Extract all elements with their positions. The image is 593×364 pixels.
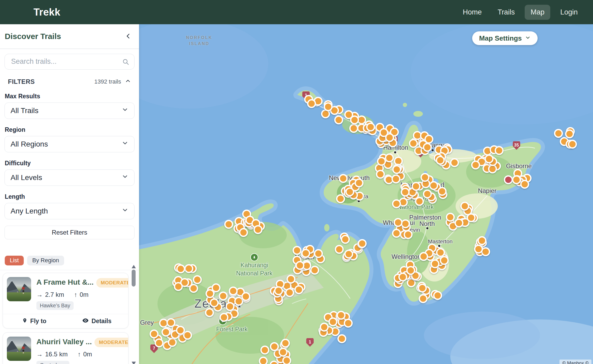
trail-cluster-marker[interactable] — [398, 273, 407, 282]
trail-cluster-marker[interactable] — [460, 202, 469, 211]
trail-cluster-marker[interactable] — [274, 286, 283, 295]
scrollbar-thumb[interactable] — [132, 270, 136, 287]
trail-cluster-marker[interactable] — [270, 342, 279, 351]
max-results-select[interactable]: All Trails — [4, 103, 135, 119]
trail-cluster-marker[interactable] — [345, 187, 354, 196]
trail-cluster-marker[interactable] — [431, 259, 439, 268]
trail-cluster-marker[interactable] — [219, 292, 228, 300]
trail-cluster-marker[interactable] — [174, 282, 183, 291]
trail-cluster-marker[interactable] — [474, 245, 483, 254]
nav-item-login[interactable]: Login — [554, 5, 584, 20]
trail-cluster-marker[interactable] — [301, 249, 310, 258]
trail-cluster-marker[interactable] — [450, 158, 459, 167]
trail-cluster-marker[interactable] — [409, 139, 418, 148]
trail-cluster-marker[interactable] — [336, 194, 345, 203]
trail-cluster-marker[interactable] — [219, 313, 228, 322]
trail-cluster-marker[interactable] — [350, 115, 359, 124]
map-settings-button[interactable]: Map Settings — [472, 31, 538, 45]
trail-cluster-marker[interactable] — [166, 318, 175, 327]
trail-cluster-marker[interactable] — [404, 230, 413, 239]
list-view-button[interactable]: List — [5, 256, 24, 265]
trail-cluster-marker[interactable] — [229, 287, 238, 295]
trail-cluster-marker-red[interactable] — [504, 175, 513, 184]
trail-cluster-marker[interactable] — [168, 338, 177, 347]
region-select[interactable]: All Regions — [4, 136, 135, 152]
trail-cluster-marker[interactable] — [455, 219, 463, 227]
reset-filters-button[interactable]: Reset Filters — [4, 226, 135, 239]
trail-cluster-marker[interactable] — [412, 182, 420, 191]
trail-cluster-marker[interactable] — [341, 235, 350, 244]
trail-cluster-marker[interactable] — [423, 143, 432, 152]
trail-cluster-marker[interactable] — [355, 178, 364, 187]
trail-cluster-marker[interactable] — [293, 246, 302, 255]
trail-cluster-marker[interactable] — [438, 187, 447, 196]
nav-item-map[interactable]: Map — [525, 5, 550, 20]
trail-cluster-marker[interactable] — [205, 308, 214, 317]
trail-cluster-marker[interactable] — [335, 245, 344, 254]
trail-cluster-marker[interactable] — [423, 190, 432, 198]
trail-cluster-marker[interactable] — [358, 239, 367, 248]
trail-cluster-marker[interactable] — [520, 180, 529, 189]
trail-cluster-marker[interactable] — [241, 292, 250, 301]
map-canvas[interactable]: NORFOLKISLANDTaurangaHamiltonNew Plymout… — [139, 24, 593, 364]
trail-cluster-marker[interactable] — [286, 275, 295, 284]
trail-cluster-marker[interactable] — [433, 291, 442, 300]
trail-cluster-marker[interactable] — [193, 275, 202, 284]
scrollbar-down-arrow[interactable] — [132, 362, 136, 364]
trail-cluster-marker[interactable] — [392, 199, 401, 208]
trail-cluster-marker[interactable] — [259, 357, 268, 364]
trail-cluster-marker[interactable] — [366, 123, 375, 132]
collapse-sidebar-button[interactable] — [124, 32, 133, 41]
trail-cluster-marker[interactable] — [344, 319, 353, 328]
trail-cluster-marker[interactable] — [260, 346, 269, 355]
trail-cluster-marker[interactable] — [150, 329, 159, 338]
trail-cluster-marker[interactable] — [324, 102, 333, 111]
trail-cluster-marker[interactable] — [254, 225, 262, 234]
trail-cluster-marker[interactable] — [376, 170, 385, 179]
trail-cluster-marker[interactable] — [176, 326, 185, 335]
trail-cluster-marker[interactable] — [161, 328, 170, 337]
trail-cluster-marker[interactable] — [471, 161, 480, 169]
trail-cluster-marker[interactable] — [328, 317, 337, 326]
trail-cluster-marker[interactable] — [176, 264, 185, 273]
trail-cluster-marker[interactable] — [320, 323, 329, 332]
trail-cluster-marker[interactable] — [477, 236, 486, 245]
trail-cluster-marker[interactable] — [495, 146, 504, 155]
trail-cluster-marker[interactable] — [334, 115, 343, 124]
trail-cluster-marker[interactable] — [294, 285, 303, 294]
trail-cluster-marker[interactable] — [436, 156, 445, 165]
trail-cluster-marker[interactable] — [385, 133, 394, 142]
nav-item-trails[interactable]: Trails — [492, 5, 520, 20]
fly-to-button[interactable]: Fly to — [3, 314, 66, 328]
trail-cluster-marker[interactable] — [205, 289, 214, 298]
trail-cluster-marker[interactable] — [418, 284, 427, 293]
trail-cluster-marker[interactable] — [420, 173, 429, 182]
trail-cluster-marker[interactable] — [419, 252, 428, 261]
trail-cluster-marker[interactable] — [314, 249, 323, 258]
trail-cluster-marker[interactable] — [310, 266, 319, 275]
trail-cluster-marker[interactable] — [485, 154, 494, 163]
trail-cluster-marker[interactable] — [565, 129, 574, 138]
nav-item-home[interactable]: Home — [457, 5, 487, 20]
trail-cluster-marker[interactable] — [224, 220, 233, 229]
trail-cluster-marker[interactable] — [429, 181, 438, 190]
trail-cluster-marker[interactable] — [440, 256, 449, 265]
trail-cluster-marker[interactable] — [226, 302, 235, 311]
trail-cluster-marker[interactable] — [349, 124, 358, 133]
details-button[interactable]: Details — [66, 314, 128, 328]
trail-cluster-marker[interactable] — [344, 250, 353, 259]
trail-cluster-marker[interactable] — [419, 294, 428, 303]
trail-cluster-marker[interactable] — [394, 218, 403, 227]
trail-cluster-marker[interactable] — [307, 99, 316, 108]
trail-cluster-marker[interactable] — [377, 157, 386, 166]
trail-cluster-marker[interactable] — [467, 213, 476, 222]
by-region-view-button[interactable]: By Region — [27, 256, 64, 265]
trail-cluster-marker[interactable] — [281, 339, 290, 348]
trail-cluster-marker[interactable] — [406, 266, 415, 275]
trail-cluster-marker[interactable] — [285, 288, 294, 297]
trail-cluster-marker[interactable] — [401, 188, 410, 197]
trail-cluster-marker[interactable] — [568, 140, 577, 149]
trail-cluster-marker[interactable] — [189, 284, 198, 293]
trail-cluster-marker[interactable] — [239, 228, 248, 237]
trail-cluster-marker[interactable] — [446, 213, 455, 222]
